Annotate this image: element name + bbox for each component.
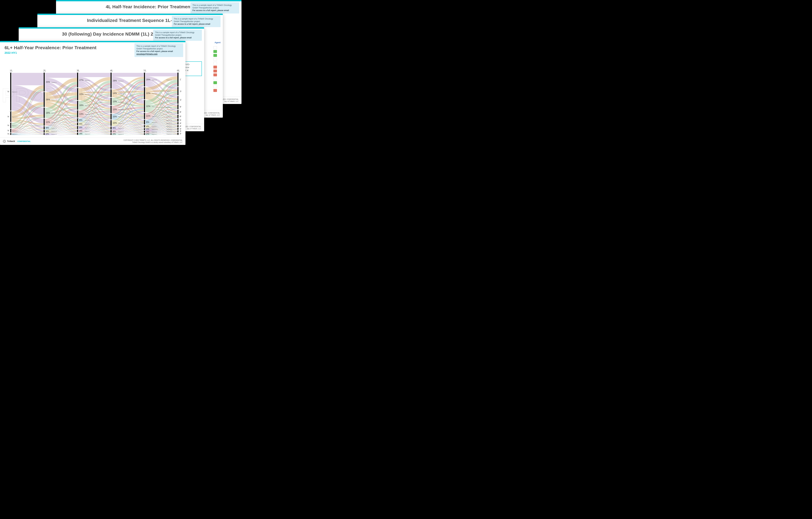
sankey-value-label: 33% <box>46 81 50 83</box>
sankey-node <box>77 118 78 122</box>
regimen-label: Regimen A <box>12 91 18 93</box>
sankey-node <box>144 125 145 127</box>
swatch-red <box>213 66 217 68</box>
notice-line-1: This is a sample report of a TriNetX Onc… <box>137 45 181 50</box>
footer-rights: COPYRIGHT © 2023 TRINETX, LLC. ALL RIGHT… <box>123 139 182 143</box>
regimen-label: Regimen B <box>118 109 123 111</box>
sankey-value-label: 3% <box>180 128 181 130</box>
sankey-value-label: 27% <box>180 79 181 81</box>
sankey-value-label: 4% <box>180 125 181 127</box>
sankey-node <box>77 126 78 129</box>
sankey-node <box>77 111 78 118</box>
sankey-value-label: 22% <box>146 105 150 107</box>
sample-notice: This is a sample report of a TriNetX Onc… <box>135 43 183 57</box>
sankey-node <box>144 87 145 99</box>
regimen-label: Regimen F <box>85 94 90 95</box>
sankey-value-label: 6% <box>7 129 9 132</box>
regimen-label: Regimen K <box>167 126 172 127</box>
sankey-node <box>177 133 178 135</box>
regimen-label: Regimen G <box>52 113 57 114</box>
sankey-node <box>144 100 145 112</box>
regimen-label: Regimen B <box>152 132 157 133</box>
sankey-node <box>111 73 112 89</box>
regimen-label: Regimen L <box>152 126 157 127</box>
sankey-node <box>10 129 11 133</box>
regimen-label: Regimen B <box>167 120 172 121</box>
sankey-node <box>177 122 178 124</box>
regimen-label: Regimen G <box>118 93 123 94</box>
sankey-node <box>44 133 45 135</box>
sankey-value-label: 9% <box>7 124 9 126</box>
regimen-label: Regimen B <box>52 131 57 133</box>
sankey-node <box>77 123 78 125</box>
slide-footer: TriNetX CONFIDENTIAL COPYRIGHT © 2023 TR… <box>0 138 185 145</box>
notice-line-2: For access to a full report, please emai… <box>137 50 173 53</box>
sankey-value-label: 4% <box>79 130 82 132</box>
sankey-value-label: 9% <box>180 106 181 108</box>
swatch-blank <box>213 46 217 49</box>
regimen-label: Regimen G <box>166 107 172 108</box>
sankey-node <box>177 119 178 121</box>
regimen-label: Regimen C <box>152 134 157 135</box>
footer-rights: VED. CONFIDENTIAL iary of TriNetX, LLC <box>204 112 220 116</box>
sankey-node <box>44 92 45 107</box>
stage-label: 1L <box>10 69 13 71</box>
sankey-value-label: 22% <box>146 92 150 94</box>
sankey-value-label: 29% <box>113 80 117 82</box>
slide-topbar <box>19 27 204 29</box>
sankey-value-label: 13% <box>113 100 117 103</box>
sankey-node <box>111 127 112 129</box>
regimen-label: Regimen H <box>167 99 172 101</box>
regimen-label: Regimen D <box>118 128 123 129</box>
sankey-node <box>177 110 178 114</box>
sankey-node <box>10 111 11 122</box>
stage-label: 5L <box>144 69 146 71</box>
regimen-label: Regimen F <box>152 79 157 81</box>
regimen-label: Regimen F <box>118 80 123 82</box>
sankey-node <box>44 73 45 91</box>
slide-6l-prevalence: 6L+ Half-Year Prevalence: Prior Treatmen… <box>0 41 185 145</box>
regimen-label: Regimen I <box>118 116 123 118</box>
sankey-node <box>111 134 112 135</box>
sankey-value-label: 5% <box>46 127 49 129</box>
regimen-label: Regimen A <box>118 123 123 124</box>
notice-line-1: This is a sample report of a TriNetX Onc… <box>155 31 200 36</box>
swatch-blank <box>213 58 217 61</box>
sankey-value-label: 13% <box>79 113 84 115</box>
sankey-node <box>111 106 112 113</box>
sankey-flow <box>112 73 145 77</box>
notice-email[interactable]: oncology@trinetx.com <box>137 53 157 55</box>
regimen-label: Regimen A <box>85 80 90 81</box>
regimen-label: Regimen E <box>167 79 172 81</box>
sankey-chart: 1L65%Regimen A18%Regimen B9%Regimen C6%R… <box>7 68 181 135</box>
regimen-label: Regimen A <box>52 82 57 83</box>
regimen-label: Regimen E <box>12 134 17 135</box>
footer-rights: VED. CONFIDENTIAL iary of TriNetX, LLC <box>185 125 201 130</box>
sankey-value-label: 16% <box>180 90 181 92</box>
sankey-node <box>77 133 78 135</box>
regimen-label: Regimen D <box>152 106 157 107</box>
regimen-label: Regimen J <box>85 120 90 121</box>
regimen-label: Regimen G <box>152 93 157 94</box>
sankey-node <box>111 114 112 119</box>
sankey-value-label: 18% <box>46 112 50 114</box>
swatch-green <box>213 54 217 57</box>
sankey-value-label: 22% <box>79 93 84 95</box>
slide-topbar <box>56 0 241 1</box>
sankey-value-label: 27% <box>79 79 84 81</box>
sankey-value-label: 2% <box>146 133 149 135</box>
sankey-value-label: 3% <box>180 133 181 135</box>
notice-line-2: For access to a full report, please emai… <box>155 36 192 39</box>
sankey-node <box>10 133 11 135</box>
regimen-label: Regimen H <box>85 127 90 128</box>
regimen-label: Regimen A <box>152 122 157 123</box>
swatch-red <box>213 69 217 73</box>
sankey-value-label: 5% <box>113 127 116 129</box>
regimen-label: Regimen D2 <box>152 129 158 130</box>
slide-topbar <box>37 13 223 15</box>
sankey-value-label: 26% <box>46 98 50 101</box>
sankey-value-label: 13% <box>113 109 117 111</box>
sankey-value-label: 25% <box>146 79 150 81</box>
regimen-label: Regimen D <box>167 116 172 117</box>
regimen-label: Regimen I <box>85 124 90 125</box>
